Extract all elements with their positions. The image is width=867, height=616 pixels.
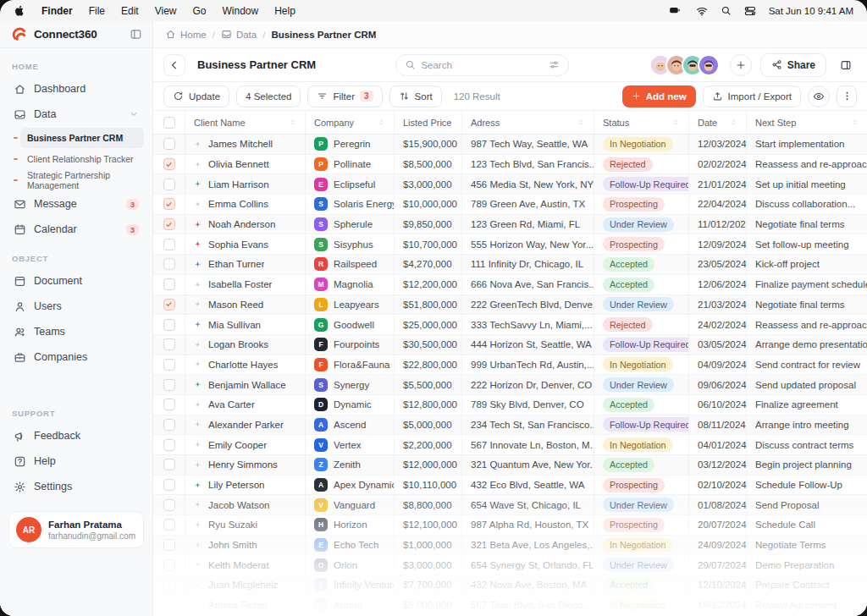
table-row[interactable]: Olivia BennettPPollinate$8,500,000123 Te… — [153, 155, 867, 175]
row-checkbox[interactable] — [163, 539, 175, 551]
table-row[interactable]: Lily PetersonAApex Dynamics$10,110,00043… — [153, 476, 867, 496]
sidebar-item-settings[interactable]: Settings — [7, 474, 146, 499]
menu-item-view[interactable]: View — [155, 5, 177, 17]
column-header-next-step[interactable]: Next Step — [747, 111, 867, 134]
header-checkbox[interactable] — [153, 111, 185, 134]
table-row[interactable]: Sophia EvansSSisyphus$10,700,000555 Hori… — [153, 234, 867, 255]
table-row[interactable]: Logan BrooksFFourpoints$30,500,000444 Ho… — [153, 335, 867, 355]
control-center-icon[interactable] — [744, 5, 756, 17]
tune-icon[interactable] — [549, 59, 560, 70]
menu-item-go[interactable]: Go — [193, 5, 207, 17]
table-row[interactable]: Mia SullivanGGoodwell$25,000,000333 Tech… — [153, 315, 867, 335]
more-options-button[interactable] — [837, 85, 857, 107]
row-checkbox[interactable] — [163, 138, 175, 150]
column-header-adress[interactable]: Adress — [462, 111, 594, 134]
row-checkbox[interactable] — [163, 419, 175, 431]
row-checkbox[interactable] — [163, 179, 175, 190]
menu-item-window[interactable]: Window — [223, 5, 259, 17]
row-checkbox[interactable] — [163, 218, 175, 230]
battery-icon[interactable] — [666, 5, 683, 16]
row-checkbox[interactable] — [163, 479, 175, 491]
sidebar-item-dashboard[interactable]: Dashboard — [7, 76, 146, 102]
collaborator-avatar-4[interactable] — [698, 54, 720, 76]
table-row[interactable]: Emma CollinsSSolaris Energy$10,000,00078… — [153, 195, 867, 215]
profile-card[interactable]: AR Farhan Pratama farhanudin@gmail.com — [8, 511, 144, 548]
share-button[interactable]: Share — [760, 53, 826, 77]
sidebar-item-document[interactable]: Document — [7, 268, 146, 294]
sidebar-subitem-strategic-partnership-management[interactable]: Strategic Partnership Management — [20, 170, 144, 190]
column-header-listed-price[interactable]: Listed Price — [395, 111, 462, 134]
column-header-status[interactable]: Status — [594, 111, 689, 134]
sidebar-subitem-client-relationship-tracker[interactable]: Client Relationship Tracker — [20, 149, 144, 169]
column-header-company[interactable]: Company — [306, 111, 395, 134]
search-bar[interactable] — [395, 54, 569, 76]
row-checkbox[interactable] — [163, 519, 175, 531]
table-row[interactable]: Juan MicgleheizIInfinity Ventures$7,700,… — [153, 575, 867, 596]
view-options-button[interactable] — [808, 85, 830, 107]
row-checkbox[interactable] — [163, 158, 175, 170]
table-row[interactable]: Liam HarrisonEEclipseful$3,000,000456 Me… — [153, 174, 867, 195]
search-input[interactable] — [421, 60, 544, 70]
column-header-date[interactable]: Date — [689, 111, 747, 134]
sidebar-item-calendar[interactable]: Calendar3 — [7, 217, 146, 242]
table-row[interactable]: Alexander ParkerAAscend$5,000,000234 Tec… — [153, 415, 867, 436]
filter-button[interactable]: Filter 3 — [307, 85, 382, 107]
wifi-icon[interactable] — [696, 5, 708, 17]
sidebar-toggle-icon[interactable] — [130, 28, 142, 41]
breadcrumb-home[interactable]: Home — [165, 29, 207, 40]
import-export-button[interactable]: Import / Export — [703, 85, 801, 107]
sort-button[interactable]: Sort — [389, 85, 442, 107]
menu-item-help[interactable]: Help — [274, 5, 295, 17]
collaborator-avatars[interactable] — [649, 54, 720, 76]
table-row[interactable]: Jacob WatsonVVanguard$8,800,000654 Wave … — [153, 495, 867, 515]
row-checkbox[interactable] — [163, 379, 175, 391]
back-button[interactable] — [163, 54, 185, 76]
breadcrumb-data[interactable]: Data — [221, 29, 257, 40]
right-panel-toggle[interactable] — [835, 54, 857, 76]
sidebar-subitem-business-partner-crm[interactable]: Business Partner CRM — [20, 128, 144, 148]
row-checkbox[interactable] — [163, 239, 175, 250]
table-row[interactable]: Ryu SuzakiHHorizon$12,100,000987 Alpha R… — [153, 515, 867, 536]
search-icon[interactable] — [721, 5, 732, 16]
table-row[interactable]: Benjamin WallaceSSynergy$5,500,000222 Ho… — [153, 375, 867, 395]
table-row[interactable]: Mason ReedLLeapyears$51,800,000222 Green… — [153, 295, 867, 316]
table-row[interactable]: Keith ModeratOOrion$3,000,000654 Synergy… — [153, 555, 867, 575]
sidebar-item-teams[interactable]: Teams — [7, 319, 146, 344]
column-header-client-name[interactable]: Client Name — [185, 111, 306, 134]
table-row[interactable]: Amelia FisherAAurora$5,000,000567 Titan … — [153, 596, 867, 616]
row-checkbox[interactable] — [163, 579, 175, 591]
table-row[interactable]: Isabella FosterMMagnolia$12,200,000666 N… — [153, 275, 867, 295]
sidebar-item-users[interactable]: Users — [7, 294, 146, 319]
breadcrumb-business-partner-crm[interactable]: Business Partner CRM — [271, 30, 376, 40]
row-checkbox[interactable] — [163, 299, 175, 311]
add-collaborator-button[interactable] — [730, 54, 752, 76]
table-row[interactable]: James MitchellPPeregrin$15,900,000987 Te… — [153, 135, 867, 155]
row-checkbox[interactable] — [163, 599, 175, 611]
row-checkbox[interactable] — [163, 559, 175, 571]
table-row[interactable]: Emily CooperVVertex$2,200,000567 Innovat… — [153, 435, 867, 455]
menu-item-file[interactable]: File — [89, 5, 105, 17]
row-checkbox[interactable] — [163, 459, 175, 470]
row-checkbox[interactable] — [163, 399, 175, 410]
row-checkbox[interactable] — [163, 359, 175, 371]
table-row[interactable]: John SmithEEcho Tech$1,000,000321 Beta A… — [153, 536, 867, 556]
sidebar-item-message[interactable]: Message3 — [7, 191, 146, 217]
selected-button[interactable]: 4 Selected — [236, 85, 301, 107]
table-row[interactable]: Noah AndersonSSpherule$9,850,000123 Gree… — [153, 215, 867, 235]
checkbox[interactable] — [163, 117, 175, 129]
sidebar-item-feedback[interactable]: Feedback — [7, 423, 146, 448]
sidebar-item-data[interactable]: Data — [7, 102, 146, 127]
row-checkbox[interactable] — [163, 439, 175, 451]
row-checkbox[interactable] — [163, 319, 175, 331]
add-new-button[interactable]: Add new — [622, 85, 696, 107]
table-row[interactable]: Ava CarterDDynamic$12,800,000789 Sky Blv… — [153, 395, 867, 415]
menubar-app-name[interactable]: Finder — [41, 5, 73, 17]
row-checkbox[interactable] — [163, 258, 175, 270]
table-row[interactable]: Ethan TurnerRRailspeed$4,270,000111 Infi… — [153, 255, 867, 275]
apple-icon[interactable] — [14, 4, 25, 17]
sidebar-item-companies[interactable]: Companies — [7, 344, 146, 370]
row-checkbox[interactable] — [163, 198, 175, 210]
row-checkbox[interactable] — [163, 338, 175, 350]
row-checkbox[interactable] — [163, 278, 175, 290]
menu-item-edit[interactable]: Edit — [121, 5, 139, 17]
